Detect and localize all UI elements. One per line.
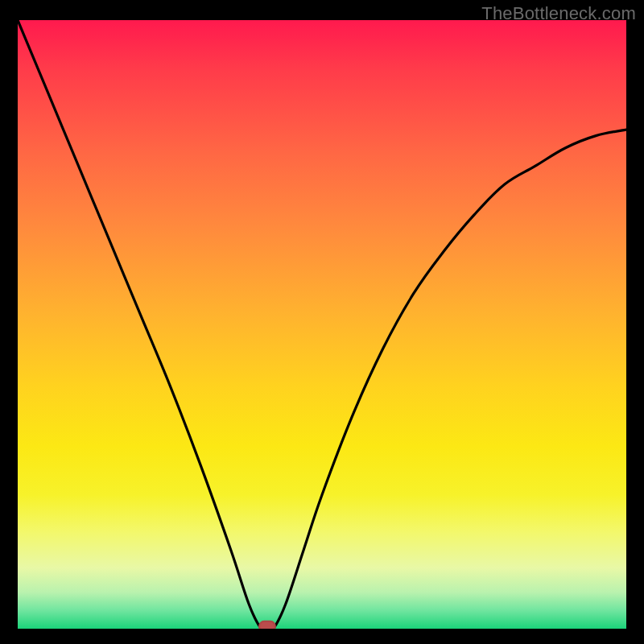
- optimal-point-marker: [259, 621, 275, 629]
- chart-frame: [18, 20, 626, 629]
- watermark-text: TheBottleneck.com: [481, 3, 636, 24]
- bottleneck-curve: [18, 20, 626, 629]
- plot-svg: [18, 20, 626, 629]
